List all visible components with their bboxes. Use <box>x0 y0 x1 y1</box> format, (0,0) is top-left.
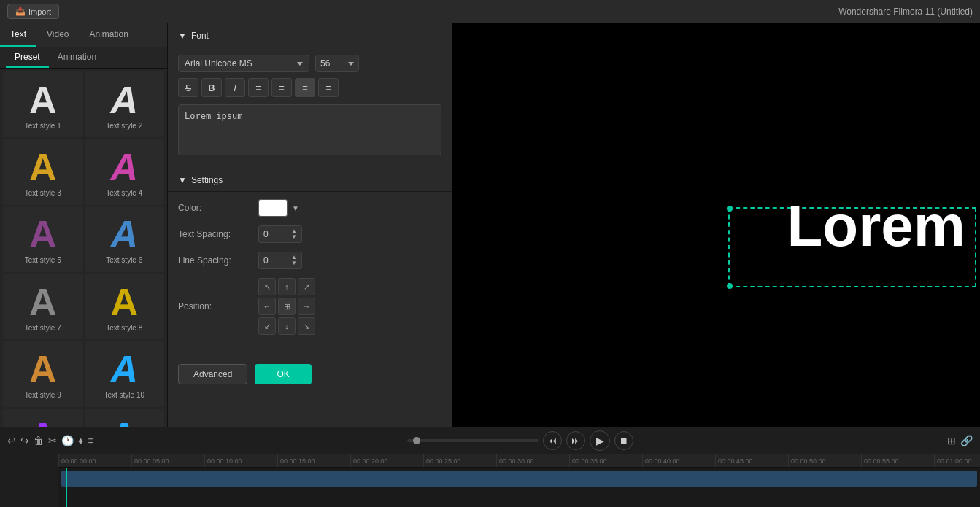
style-item-1[interactable]: AText style 1 <box>3 71 83 137</box>
skip-back-button[interactable]: ⏮ <box>543 431 562 450</box>
format-bold-button[interactable]: B <box>201 78 222 97</box>
preview-text: Lorem <box>787 193 966 260</box>
tab-preset[interactable]: Preset <box>6 47 49 68</box>
text-spacing-input[interactable]: 0 ▲ ▼ <box>258 225 302 243</box>
font-size-input[interactable]: 56 <box>315 55 359 72</box>
color-dropdown-arrow[interactable]: ▼ <box>292 204 299 212</box>
format-align-left-button[interactable]: ≡ <box>248 78 269 97</box>
settings-section-header[interactable]: ▼ Settings <box>168 168 452 192</box>
handle-bottom-left[interactable] <box>727 283 733 289</box>
bookmark-button[interactable]: ♦ <box>78 435 83 446</box>
style-item-10[interactable]: AText style 10 <box>85 341 165 406</box>
timeline-toolbar: ↩ ↪ 🗑 ✂ 🕐 ♦ ≡ ⏮ ⏭ ▶ ⏹ ⊞ 🔗 <box>0 427 980 454</box>
style-item-5[interactable]: AText style 5 <box>3 206 83 272</box>
track-area: 00:00:00:0000:00:05:0000:00:10:0000:00:1… <box>58 454 980 507</box>
style-letter-7: A <box>29 283 57 321</box>
style-item-9[interactable]: AText style 9 <box>3 341 83 406</box>
font-section-title: Font <box>191 31 209 41</box>
delete-button[interactable]: 🗑 <box>34 435 44 446</box>
style-label-2: Text style 2 <box>106 122 142 130</box>
style-letter-3: A <box>29 148 57 186</box>
top-tab-bar: Text Video Animation <box>0 23 167 47</box>
format-align-center-button[interactable]: ≡ <box>271 78 292 97</box>
import-label: Import <box>28 7 51 16</box>
settings-section-title: Settings <box>191 175 223 185</box>
import-icon: 📥 <box>15 7 26 16</box>
tab-animation-top[interactable]: Animation <box>80 23 139 47</box>
line-spacing-input[interactable]: 0 ▲ ▼ <box>258 252 302 269</box>
undo-button[interactable]: ↩ <box>7 435 16 446</box>
step-back-button[interactable]: ⏭ <box>566 431 585 450</box>
pos-top-left[interactable]: ↖ <box>258 278 276 295</box>
track-clip[interactable] <box>61 471 977 487</box>
style-item-8[interactable]: AText style 8 <box>85 274 165 339</box>
list-button[interactable]: ≡ <box>88 435 93 446</box>
stop-button[interactable]: ⏹ <box>614 431 633 450</box>
ruler-mark-3: 00:00:15:00 <box>277 454 350 467</box>
progress-bar[interactable] <box>407 439 539 442</box>
style-letter-2: A <box>110 81 138 119</box>
cut-button[interactable]: ✂ <box>48 435 57 446</box>
position-label: Position: <box>178 301 258 311</box>
tab-video[interactable]: Video <box>36 23 79 47</box>
playhead[interactable] <box>66 468 67 507</box>
tab-animation-sub[interactable]: Animation <box>49 47 105 68</box>
progress-handle[interactable] <box>413 437 420 444</box>
ruler-mark-4: 00:00:20:00 <box>350 454 423 467</box>
line-spacing-row: Line Spacing: 0 ▲ ▼ <box>178 252 441 269</box>
style-item-7[interactable]: AText style 7 <box>3 274 83 339</box>
format-italic-button[interactable]: I <box>225 78 245 97</box>
ruler-mark-6: 00:00:30:00 <box>496 454 569 467</box>
pos-bottom-left[interactable]: ↙ <box>258 317 276 335</box>
font-chevron-icon: ▼ <box>178 31 187 41</box>
add-track-button[interactable]: ⊞ <box>947 435 956 446</box>
advanced-button[interactable]: Advanced <box>178 364 247 384</box>
settings-chevron-icon: ▼ <box>178 175 187 185</box>
line-spacing-spinners: ▲ ▼ <box>291 255 297 266</box>
line-spacing-down[interactable]: ▼ <box>291 260 297 266</box>
font-select-arrow <box>297 62 303 66</box>
style-item-6[interactable]: AText style 6 <box>85 206 165 272</box>
font-section-header[interactable]: ▼ Font <box>168 23 452 47</box>
top-bar: 📥 Import Wondershare Filmora 11 (Untitle… <box>0 0 980 23</box>
font-name-row: Arial Unicode MS 56 <box>178 55 441 72</box>
pos-middle-center[interactable]: ⊞ <box>278 298 296 315</box>
line-spacing-label: Line Spacing: <box>178 255 258 266</box>
format-strikethrough-button[interactable]: S̶ <box>178 78 198 97</box>
pos-bottom-right[interactable]: ↘ <box>298 317 315 335</box>
color-label: Color: <box>178 203 258 213</box>
text-spacing-down[interactable]: ▼ <box>291 234 297 240</box>
format-justify-button[interactable]: ≡ <box>318 78 339 97</box>
style-item-2[interactable]: AText style 2 <box>85 71 165 137</box>
format-align-right-button[interactable]: ≡ <box>295 78 315 97</box>
color-preview[interactable] <box>258 199 288 217</box>
pos-top-right[interactable]: ↗ <box>298 278 315 295</box>
pos-middle-left[interactable]: ← <box>258 298 276 315</box>
text-content-area[interactable]: Lorem ipsum <box>178 104 441 155</box>
ruler-mark-12: 00:01:00:00 <box>934 454 980 467</box>
handle-top-left[interactable] <box>727 206 733 212</box>
format-row: S̶ B I ≡ ≡ ≡ ≡ <box>178 78 441 97</box>
style-item-4[interactable]: AText style 4 <box>85 139 165 204</box>
ruler-mark-5: 00:00:25:00 <box>423 454 496 467</box>
font-size-arrow <box>348 62 354 66</box>
redo-button[interactable]: ↪ <box>20 435 29 446</box>
pos-top-center[interactable]: ↑ <box>278 278 296 295</box>
style-label-6: Text style 6 <box>106 256 142 264</box>
style-item-3[interactable]: AText style 3 <box>3 139 83 204</box>
import-button[interactable]: 📥 Import <box>7 4 59 19</box>
link-button[interactable]: 🔗 <box>960 435 973 446</box>
tab-text[interactable]: Text <box>0 23 36 47</box>
pos-middle-right[interactable]: → <box>298 298 315 315</box>
play-button[interactable]: ▶ <box>590 430 610 451</box>
pos-bottom-center[interactable]: ↓ <box>278 317 296 335</box>
ok-button[interactable]: OK <box>255 364 311 384</box>
app-title: Wondershare Filmora 11 (Untitled) <box>838 7 973 17</box>
text-spacing-row: Text Spacing: 0 ▲ ▼ <box>178 225 441 243</box>
style-label-10: Text style 10 <box>104 391 144 399</box>
style-grid: AText style 1AText style 2AText style 3A… <box>0 69 167 477</box>
style-label-1: Text style 1 <box>25 122 61 130</box>
clock-button[interactable]: 🕐 <box>61 435 74 446</box>
font-section-content: Arial Unicode MS 56 S̶ B I ≡ ≡ ≡ ≡ Lorem… <box>168 47 452 168</box>
font-select[interactable]: Arial Unicode MS <box>178 55 309 72</box>
